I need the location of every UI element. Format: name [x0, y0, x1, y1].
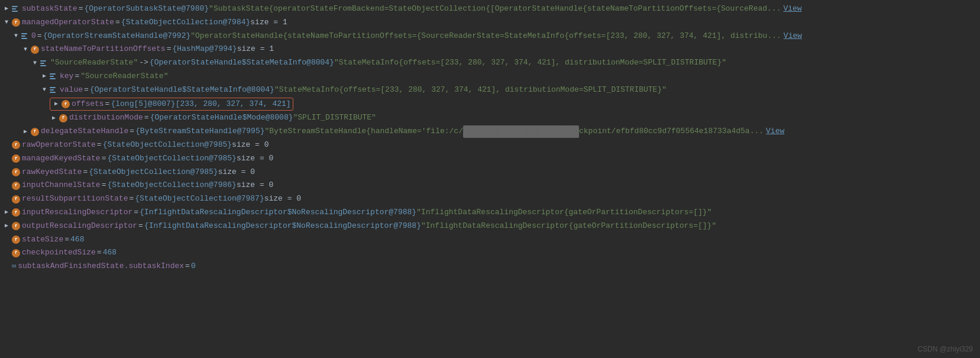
field-icon: f — [62, 100, 70, 108]
value: "InflightDataRescalingDescriptor{gateOrP… — [421, 220, 716, 233]
key-label: resultSubpartitionState — [22, 193, 128, 205]
key-label: stateSize — [22, 234, 63, 246]
operator: = — [134, 207, 138, 219]
value: size = 0 — [232, 139, 269, 151]
list-icon — [50, 72, 58, 80]
key-label: rawKeyedState — [22, 166, 82, 179]
tree-row: f checkpointedSize = 468 — [0, 246, 980, 260]
tree-row: f managedKeyedState = {StateObjectCollec… — [0, 152, 980, 166]
ref-type: {StateObjectCollection@7985} — [89, 166, 218, 179]
toggle-0[interactable] — [12, 32, 20, 40]
key-label: managedOperatorState — [22, 17, 114, 29]
key-label: value — [60, 84, 83, 96]
operator: = — [144, 112, 149, 124]
operator: = — [138, 220, 143, 233]
value: "SPLIT_DISTRIBUTE" — [293, 112, 376, 124]
value: "SourceReaderState" — [80, 70, 168, 83]
blurred-path: ████████████████████ — [463, 125, 579, 138]
tree-row: f managedOperatorState = {StateObjectCol… — [0, 16, 980, 30]
tree-row: f inputChannelState = {StateObjectCollec… — [0, 179, 980, 192]
field-icon: f — [31, 128, 39, 136]
toggle-statenametopartitionoffsets[interactable] — [21, 46, 30, 54]
key-label: stateNameToPartitionOffsets — [41, 43, 166, 56]
toggle-inputrescalingdescriptor[interactable] — [2, 208, 11, 217]
ref-type: {ByteStreamStateHandle@7995} — [135, 125, 264, 138]
toggle-outputrescalingdescriptor[interactable] — [2, 222, 11, 230]
key-label: delegateStateHandle — [41, 125, 128, 138]
tree-row: subtaskState = {OperatorSubtaskState@798… — [0, 2, 980, 16]
ref-type: {InflightDataRescalingDescriptor$NoResca… — [144, 220, 421, 233]
value: size = 0 — [237, 153, 273, 165]
field-icon: f — [12, 168, 20, 176]
tree-row: f outputRescalingDescriptor = {InflightD… — [0, 220, 980, 233]
tree-row-offsets: f offsets = {long[5]@8007} [233, 280, 32… — [0, 97, 980, 112]
ref-type: {StateObjectCollection@7985} — [103, 139, 232, 151]
operator: = — [167, 43, 172, 56]
ref-type: {OperatorStateHandle$Mode@8008} — [150, 112, 293, 124]
key-label: subtaskAndFinishedState.subtaskIndex — [18, 260, 184, 273]
toggle-sourcereaderstate[interactable] — [31, 59, 39, 67]
toggle-key[interactable] — [40, 72, 48, 80]
field-icon: f — [12, 141, 20, 149]
key-label: subtaskState — [22, 3, 77, 15]
value-suffix: ckpoint/efbfd80cc9d7f05564e18733a4d5a... — [579, 125, 764, 138]
view-link[interactable]: View — [784, 30, 802, 43]
value: "ByteStreamStateHandle{handleName='file:… — [264, 125, 462, 138]
operator: = — [97, 139, 102, 151]
toggle-offsets[interactable] — [52, 100, 60, 108]
tree-row: f resultSubpartitionState = {StateObject… — [0, 192, 980, 206]
value: "StateMetaInfo{offsets=[233, 280, 327, 3… — [274, 84, 667, 96]
tree-row: f stateSize = 468 — [0, 233, 980, 247]
operator: = — [130, 125, 134, 138]
view-link[interactable]: View — [766, 125, 784, 138]
list-icon — [40, 59, 48, 67]
operator: = — [84, 84, 89, 96]
infinity-icon: ∞ — [12, 261, 16, 272]
value: [233, 280, 327, 374, 421] — [176, 98, 291, 111]
key-label: checkpointedSize — [22, 247, 96, 259]
toggle-subtaskstate[interactable] — [2, 5, 11, 13]
tree-row: f rawOperatorState = {StateObjectCollect… — [0, 138, 980, 152]
value: size = 1 — [250, 17, 287, 29]
operator: = — [64, 234, 69, 246]
toggle-distributionmode[interactable] — [50, 114, 58, 122]
field-icon: f — [12, 18, 20, 27]
operator: = — [115, 17, 120, 29]
ref-type: {OperatorSubtaskState@7980} — [84, 3, 209, 15]
key-label: inputRescalingDescriptor — [22, 207, 132, 219]
list-icon — [21, 32, 30, 40]
ref-type: {StateObjectCollection@7986} — [107, 179, 236, 192]
operator: = — [105, 98, 110, 111]
key-label: outputRescalingDescriptor — [22, 220, 137, 233]
key-label: offsets — [72, 98, 104, 111]
ref-type: {long[5]@8007} — [111, 98, 175, 111]
tree-row: 0 = {OperatorStreamStateHandle@7992} "Op… — [0, 30, 980, 43]
operator: = — [75, 70, 79, 83]
value: size = 1 — [237, 43, 274, 56]
field-icon: f — [12, 222, 20, 230]
toggle-delegatestatehandle[interactable] — [21, 128, 30, 136]
field-icon: f — [12, 249, 20, 257]
tree-row: f inputRescalingDescriptor = {InflightDa… — [0, 206, 980, 220]
key-label: inputChannelState — [22, 179, 101, 192]
value: size = 0 — [264, 193, 301, 205]
operator: = — [79, 3, 83, 15]
toggle-value[interactable] — [40, 86, 48, 94]
key-label: 0 — [31, 30, 36, 43]
list-icon — [12, 5, 20, 13]
toggle-managedoperatorstate[interactable] — [2, 18, 11, 27]
field-icon: f — [12, 208, 20, 217]
value: "InflightDataRescalingDescriptor{gateOrP… — [416, 207, 711, 219]
ref-type: {StateObjectCollection@7985} — [107, 153, 236, 165]
ref-type: {StateObjectCollection@7987} — [135, 193, 264, 205]
tree-row: f stateNameToPartitionOffsets = {HashMap… — [0, 43, 980, 56]
ref-type: {OperatorStateHandle$StateMetaInfo@8004} — [90, 84, 274, 96]
value: "OperatorStateHandle{stateNameToPartitio… — [190, 30, 781, 43]
key-label: rawOperatorState — [22, 139, 96, 151]
value: size = 0 — [218, 166, 255, 179]
ref-type: {OperatorStreamStateHandle@7992} — [43, 30, 191, 43]
tree-row: value = {OperatorStateHandle$StateMetaIn… — [0, 83, 980, 97]
view-link[interactable]: View — [783, 3, 801, 15]
operator: -> — [139, 57, 148, 69]
operator: = — [83, 166, 88, 179]
